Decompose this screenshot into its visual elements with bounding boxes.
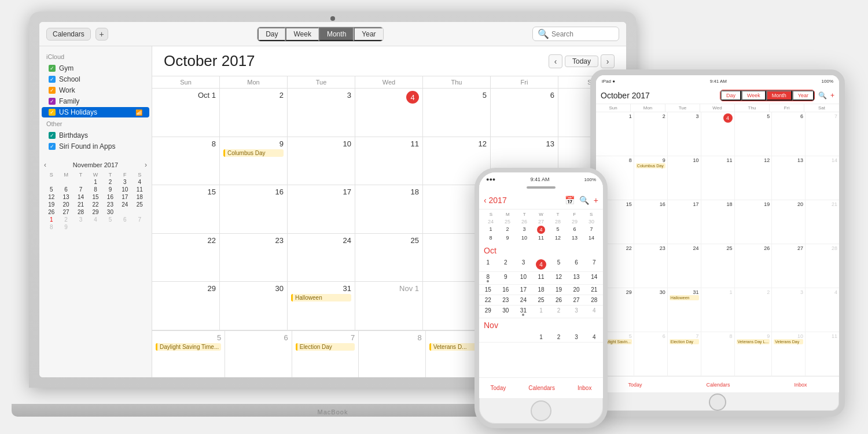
ipad-cell-oct25[interactable]: 25 [701,244,735,288]
ipad-cell-nov7[interactable]: 7 Election Day [668,332,701,376]
ipad-veterans-day-1[interactable]: Veterans Day L... [737,339,770,344]
ipad-cell-oct21[interactable]: 21 [806,200,839,244]
ipad-cell-oct20[interactable]: 20 [772,200,806,244]
ipad-cell-oct26[interactable]: 26 [735,244,773,288]
sidebar-item-us-holidays[interactable]: ✓ US Holidays 📶 [42,107,149,117]
ipad-cell-oct10[interactable]: 10 [668,156,701,200]
ipad-cell-nov8[interactable]: 8 [701,332,735,376]
iphone-inbox-btn[interactable]: Inbox [578,385,591,391]
ipad-cell-nov2[interactable]: 2 [735,288,773,332]
ipad-cell-oct27[interactable]: 27 [772,244,806,288]
ipad-cell-oct9[interactable]: 9 Columbus Day [634,156,668,200]
cal-cell-nov8[interactable]: 8 [359,331,425,377]
mini-cal-prev[interactable]: ‹ [44,161,46,169]
iphone-today-btn[interactable]: Today [491,385,506,391]
ipad-cell-oct1[interactable]: 1 [596,112,634,156]
iphone-add-icon[interactable]: + [594,196,598,205]
ipad-cell-oct17[interactable]: 17 [668,200,701,244]
cal-cell-oct3[interactable]: 3 [288,89,355,137]
ipad-cell-nov3[interactable]: 3 [772,288,806,332]
cal-cell-oct24[interactable]: 24 [288,234,355,282]
cal-cell-oct25[interactable]: 25 [355,234,423,282]
cal-cell-oct1[interactable]: Oct 1 [152,89,220,137]
next-month-button[interactable]: › [601,54,615,68]
ipad-cell-oct14[interactable]: 14 [806,156,839,200]
cal-cell-oct10[interactable]: 10 [288,137,355,186]
sidebar-item-birthdays[interactable]: ✓ Birthdays [42,130,149,141]
ipad-view-day[interactable]: Day [720,90,741,101]
iphone-year-back[interactable]: ‹ 2017 [484,196,507,205]
cal-cell-nov5[interactable]: 5 Daylight Saving Time... [152,331,225,377]
iphone-calendar-icon[interactable]: 📅 [565,196,575,205]
ipad-inbox-btn[interactable]: Inbox [794,382,807,388]
cal-cell-oct16[interactable]: 16 [220,185,288,234]
ipad-cell-nov11[interactable]: 11 [806,332,839,376]
view-day-button[interactable]: Day [258,27,285,41]
cal-cell-oct15[interactable]: 15 [152,185,220,234]
view-week-button[interactable]: Week [285,27,318,41]
search-input[interactable] [551,30,614,38]
ipad-view-year[interactable]: Year [792,90,814,101]
cal-cell-oct30[interactable]: 30 [220,282,288,330]
add-calendar-button[interactable]: + [95,28,108,41]
ipad-cell-oct7[interactable]: 7 [806,112,839,156]
view-year-button[interactable]: Year [354,27,382,41]
cal-cell-nov7[interactable]: 7 Election Day [292,331,359,377]
ipad-columbus-day[interactable]: Columbus Day [636,163,665,168]
ipad-cell-oct31[interactable]: 31 Halloween [668,288,701,332]
cal-cell-oct5[interactable]: 5 [423,89,491,137]
ipad-home-button[interactable] [709,393,726,411]
ipad-cell-nov6[interactable]: 6 [634,332,668,376]
ipad-cell-oct6[interactable]: 6 [772,112,806,156]
ipad-cell-oct3[interactable]: 3 [668,112,701,156]
ipad-cell-oct4[interactable]: 4 [701,112,735,156]
halloween-event[interactable]: Halloween [291,294,351,301]
ipad-veterans-day-2[interactable]: Veterans Day [774,339,803,344]
cal-cell-oct4[interactable]: 4 [355,89,423,137]
cal-cell-nov6[interactable]: 6 [225,331,292,377]
ipad-cell-oct28[interactable]: 28 [806,244,839,288]
cal-cell-nov1[interactable]: Nov 1 [355,282,423,330]
sidebar-item-school[interactable]: ✓ School [42,74,149,84]
ipad-cell-oct11[interactable]: 11 [701,156,735,200]
ipad-today-btn[interactable]: Today [628,382,642,388]
view-month-button[interactable]: Month [319,27,354,41]
sidebar-item-work[interactable]: ✓ Work [42,85,149,95]
prev-month-button[interactable]: ‹ [549,54,562,68]
ipad-cell-nov9[interactable]: 9 Veterans Day L... [735,332,773,376]
search-box[interactable]: 🔍 [532,27,619,41]
ipad-cell-nov4[interactable]: 4 [806,288,839,332]
ipad-cell-oct16[interactable]: 16 [634,200,668,244]
cal-cell-oct22[interactable]: 22 [152,234,220,282]
ipad-cell-oct2[interactable]: 2 [634,112,668,156]
ipad-election-day[interactable]: Election Day [670,339,699,344]
cal-cell-oct17[interactable]: 17 [288,185,355,234]
election-day-event[interactable]: Election Day [296,343,355,351]
ipad-search-icon[interactable]: 🔍 [818,91,827,100]
sidebar-item-siri[interactable]: ✓ Siri Found in Apps [42,141,149,152]
cal-cell-oct6[interactable]: 6 [491,89,558,137]
cal-cell-oct8[interactable]: 8 [152,137,220,186]
ipad-cell-nov1[interactable]: 1 [701,288,735,332]
sidebar-item-gym[interactable]: ✓ Gym [42,63,149,73]
ipad-cell-oct5[interactable]: 5 [735,112,773,156]
columbus-day-event[interactable]: Columbus Day [223,149,284,157]
cal-cell-oct23[interactable]: 23 [220,234,288,282]
cal-cell-oct18[interactable]: 18 [355,185,423,234]
ipad-halloween[interactable]: Halloween [670,295,699,300]
iphone-search-icon[interactable]: 🔍 [579,196,589,205]
today-button[interactable]: Today [565,56,598,67]
ipad-cell-oct30[interactable]: 30 [634,288,668,332]
ipad-view-week[interactable]: Week [741,90,766,101]
ipad-cell-oct12[interactable]: 12 [735,156,773,200]
ipad-calendars-btn[interactable]: Calendars [706,382,730,388]
ipad-cell-nov10[interactable]: 10 Veterans Day [772,332,806,376]
ipad-cell-oct24[interactable]: 24 [668,244,701,288]
calendars-button[interactable]: Calendars [46,28,91,41]
dst-event[interactable]: Daylight Saving Time... [156,343,221,351]
cal-cell-oct2[interactable]: 2 [220,89,288,137]
cal-cell-oct29[interactable]: 29 [152,282,220,330]
ipad-cell-oct18[interactable]: 18 [701,200,735,244]
ipad-cell-oct19[interactable]: 19 [735,200,773,244]
cal-cell-oct11[interactable]: 11 [355,137,423,186]
